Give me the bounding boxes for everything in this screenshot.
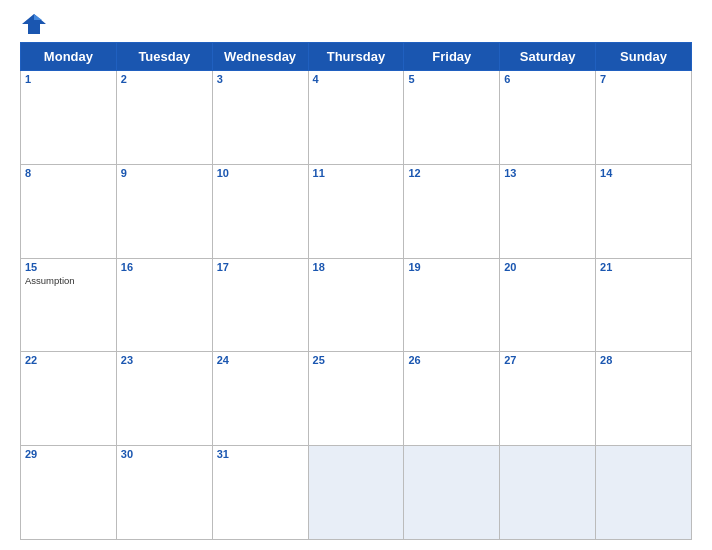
day-number: 2	[121, 73, 208, 85]
calendar-day-cell: 30	[116, 446, 212, 540]
day-number: 10	[217, 167, 304, 179]
day-number: 7	[600, 73, 687, 85]
day-number: 18	[313, 261, 400, 273]
calendar-week-row: 891011121314	[21, 164, 692, 258]
calendar-day-cell: 3	[212, 71, 308, 165]
weekday-header-wednesday: Wednesday	[212, 43, 308, 71]
day-number: 23	[121, 354, 208, 366]
calendar-day-cell: 24	[212, 352, 308, 446]
calendar-day-cell: 29	[21, 446, 117, 540]
calendar-week-row: 15Assumption161718192021	[21, 258, 692, 352]
calendar-day-cell: 27	[500, 352, 596, 446]
top-bar	[20, 10, 692, 38]
calendar-day-cell: 31	[212, 446, 308, 540]
day-number: 28	[600, 354, 687, 366]
svg-marker-1	[34, 14, 42, 20]
calendar-day-cell: 26	[404, 352, 500, 446]
day-number: 14	[600, 167, 687, 179]
weekday-header-thursday: Thursday	[308, 43, 404, 71]
calendar-day-cell: 14	[596, 164, 692, 258]
calendar-day-cell: 25	[308, 352, 404, 446]
calendar-day-cell: 17	[212, 258, 308, 352]
day-number: 25	[313, 354, 400, 366]
calendar-week-row: 1234567	[21, 71, 692, 165]
day-number: 1	[25, 73, 112, 85]
day-number: 5	[408, 73, 495, 85]
calendar-day-cell: 1	[21, 71, 117, 165]
calendar-table: MondayTuesdayWednesdayThursdayFridaySatu…	[20, 42, 692, 540]
day-number: 29	[25, 448, 112, 460]
day-number: 6	[504, 73, 591, 85]
calendar-day-cell: 21	[596, 258, 692, 352]
logo-bird-icon	[20, 10, 48, 38]
calendar-day-cell: 13	[500, 164, 596, 258]
calendar-day-cell: 22	[21, 352, 117, 446]
weekday-header-sunday: Sunday	[596, 43, 692, 71]
calendar-day-cell	[596, 446, 692, 540]
weekday-header-tuesday: Tuesday	[116, 43, 212, 71]
holiday-label: Assumption	[25, 275, 112, 286]
calendar-day-cell: 7	[596, 71, 692, 165]
day-number: 11	[313, 167, 400, 179]
calendar-day-cell: 5	[404, 71, 500, 165]
calendar-day-cell: 23	[116, 352, 212, 446]
day-number: 17	[217, 261, 304, 273]
logo	[20, 10, 52, 38]
day-number: 8	[25, 167, 112, 179]
day-number: 21	[600, 261, 687, 273]
calendar-day-cell: 18	[308, 258, 404, 352]
day-number: 26	[408, 354, 495, 366]
weekday-header-row: MondayTuesdayWednesdayThursdayFridaySatu…	[21, 43, 692, 71]
weekday-header-monday: Monday	[21, 43, 117, 71]
day-number: 3	[217, 73, 304, 85]
day-number: 9	[121, 167, 208, 179]
calendar-day-cell: 10	[212, 164, 308, 258]
day-number: 20	[504, 261, 591, 273]
day-number: 24	[217, 354, 304, 366]
calendar-day-cell: 15Assumption	[21, 258, 117, 352]
calendar-day-cell: 8	[21, 164, 117, 258]
calendar-day-cell	[308, 446, 404, 540]
calendar-day-cell: 12	[404, 164, 500, 258]
day-number: 31	[217, 448, 304, 460]
calendar-day-cell: 19	[404, 258, 500, 352]
calendar-day-cell: 4	[308, 71, 404, 165]
day-number: 27	[504, 354, 591, 366]
calendar-day-cell: 2	[116, 71, 212, 165]
calendar-day-cell: 6	[500, 71, 596, 165]
weekday-header-friday: Friday	[404, 43, 500, 71]
calendar-day-cell: 16	[116, 258, 212, 352]
calendar-day-cell	[500, 446, 596, 540]
calendar-day-cell: 9	[116, 164, 212, 258]
day-number: 22	[25, 354, 112, 366]
day-number: 19	[408, 261, 495, 273]
day-number: 13	[504, 167, 591, 179]
day-number: 12	[408, 167, 495, 179]
calendar-day-cell: 11	[308, 164, 404, 258]
calendar-week-row: 293031	[21, 446, 692, 540]
weekday-header-saturday: Saturday	[500, 43, 596, 71]
calendar-day-cell: 28	[596, 352, 692, 446]
day-number: 16	[121, 261, 208, 273]
calendar-day-cell: 20	[500, 258, 596, 352]
day-number: 15	[25, 261, 112, 273]
calendar-week-row: 22232425262728	[21, 352, 692, 446]
day-number: 30	[121, 448, 208, 460]
day-number: 4	[313, 73, 400, 85]
calendar-day-cell	[404, 446, 500, 540]
